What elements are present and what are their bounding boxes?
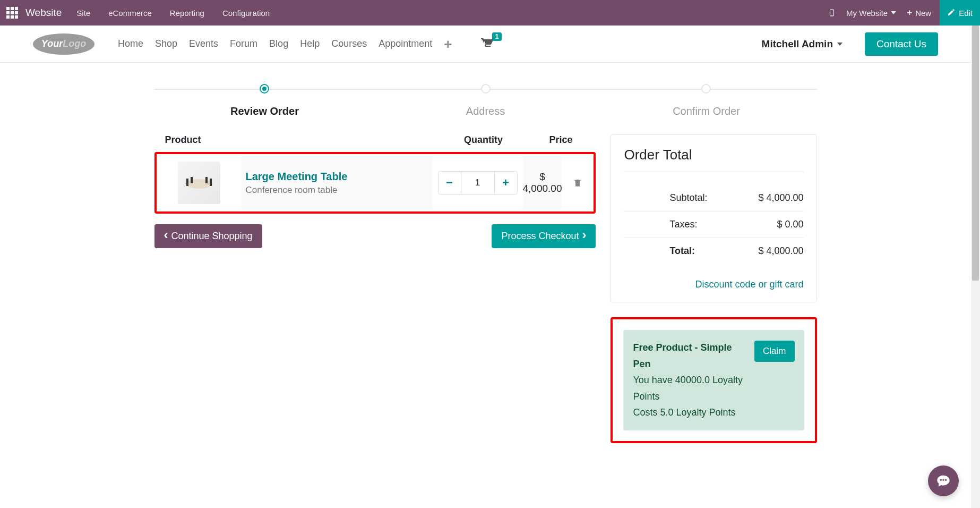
process-checkout-button[interactable]: Process Checkout	[492, 224, 596, 248]
svg-rect-5	[191, 177, 193, 183]
continue-shopping-label: Continue Shopping	[171, 231, 253, 242]
svg-point-1	[832, 15, 832, 15]
chevron-right-icon	[582, 231, 586, 242]
progress-step-confirm[interactable]	[701, 84, 711, 94]
product-thumbnail[interactable]	[157, 156, 242, 209]
header-quantity: Quantity	[441, 134, 526, 146]
svg-rect-3	[186, 179, 188, 186]
vertical-scrollbar[interactable]	[971, 26, 980, 508]
header-product: Product	[165, 134, 441, 146]
svg-rect-6	[205, 177, 208, 183]
nav-home[interactable]: Home	[118, 38, 143, 49]
my-website-label: My Website	[846, 9, 888, 18]
nav-appointment[interactable]: Appointment	[379, 38, 432, 49]
cart-row: Large Meeting Table Conference room tabl…	[157, 156, 594, 209]
edit-label: Edit	[959, 9, 973, 18]
progress-step-review[interactable]	[260, 84, 269, 94]
mobile-preview-icon[interactable]	[828, 8, 836, 18]
site-logo[interactable]: YourLogo	[33, 33, 97, 55]
order-total-panel: Order Total Subtotal: $ 4,000.00 Taxes: …	[611, 134, 816, 302]
chevron-down-icon	[837, 43, 843, 46]
claim-reward-button[interactable]: Claim	[754, 341, 794, 362]
remove-item-button[interactable]	[562, 156, 594, 209]
product-description: Conference room table	[246, 185, 433, 196]
subtotal-value: $ 4,000.00	[758, 192, 803, 204]
qty-decrease-button[interactable]: −	[438, 171, 461, 194]
chevron-left-icon	[164, 231, 168, 242]
loyalty-reward-panel: Free Product - Simple Pen You have 40000…	[623, 330, 804, 430]
admin-topbar: Website Site eCommerce Reporting Configu…	[0, 0, 980, 26]
edit-button[interactable]: Edit	[940, 0, 980, 26]
line-price: $ 4,000.00	[523, 171, 562, 194]
nav-events[interactable]: Events	[189, 38, 218, 49]
my-website-dropdown[interactable]: My Website	[846, 9, 896, 18]
nav-courses[interactable]: Courses	[331, 38, 367, 49]
menu-ecommerce[interactable]: eCommerce	[108, 9, 152, 18]
loyalty-reward-highlight: Free Product - Simple Pen You have 40000…	[611, 317, 816, 443]
add-page-icon[interactable]: +	[444, 37, 452, 51]
product-name-link[interactable]: Large Meeting Table	[246, 171, 433, 183]
cart-count-badge: 1	[492, 32, 502, 41]
user-name: Mitchell Admin	[762, 38, 833, 50]
svg-point-2	[185, 179, 213, 189]
menu-site[interactable]: Site	[76, 9, 90, 18]
nav-help[interactable]: Help	[300, 38, 320, 49]
reward-title: Free Product - Simple Pen	[633, 340, 748, 372]
plus-icon	[907, 7, 912, 18]
reward-points-cost: Costs 5.0 Loyalty Points	[633, 404, 748, 421]
nav-forum[interactable]: Forum	[230, 38, 257, 49]
menu-configuration[interactable]: Configuration	[222, 9, 270, 18]
process-checkout-label: Process Checkout	[501, 231, 579, 242]
step-label-confirm: Confirm Order	[596, 105, 817, 117]
scrollbar-thumb[interactable]	[972, 26, 979, 281]
order-total-title: Order Total	[624, 147, 803, 163]
new-label: New	[915, 9, 931, 18]
nav-shop[interactable]: Shop	[155, 38, 177, 49]
new-button[interactable]: New	[907, 7, 931, 18]
progress-step-address[interactable]	[481, 84, 491, 94]
total-value: $ 4,000.00	[758, 245, 803, 257]
qty-value[interactable]: 1	[461, 171, 494, 194]
step-label-review: Review Order	[154, 105, 375, 117]
cart-header-row: Product Quantity Price	[154, 134, 596, 152]
discount-code-link[interactable]: Discount code or gift card	[624, 279, 803, 290]
step-label-address: Address	[375, 105, 596, 117]
trash-icon	[573, 178, 582, 188]
quantity-stepper: − 1 +	[438, 171, 518, 194]
cart-icon[interactable]: 1	[480, 37, 493, 52]
reward-points-available: You have 40000.0 Loyalty Points	[633, 372, 748, 404]
contact-us-button[interactable]: Contact Us	[865, 32, 938, 56]
qty-increase-button[interactable]: +	[494, 171, 518, 194]
taxes-label: Taxes:	[624, 219, 697, 230]
total-label: Total:	[624, 245, 695, 257]
taxes-value: $ 0.00	[777, 219, 803, 230]
continue-shopping-button[interactable]: Continue Shopping	[154, 224, 262, 248]
pencil-icon	[947, 8, 956, 18]
site-navbar: YourLogo Home Shop Events Forum Blog Hel…	[0, 26, 971, 63]
apps-icon[interactable]	[6, 7, 18, 19]
nav-blog[interactable]: Blog	[269, 38, 288, 49]
menu-reporting[interactable]: Reporting	[170, 9, 204, 18]
svg-rect-4	[210, 179, 212, 186]
livechat-button[interactable]	[928, 465, 959, 496]
chevron-down-icon	[891, 11, 896, 14]
subtotal-label: Subtotal:	[624, 192, 707, 204]
header-price: Price	[526, 134, 596, 146]
cart-row-highlight: Large Meeting Table Conference room tabl…	[154, 152, 596, 214]
checkout-progress	[154, 84, 817, 95]
chat-icon	[936, 473, 951, 488]
app-brand[interactable]: Website	[25, 7, 62, 19]
user-menu[interactable]: Mitchell Admin	[762, 38, 843, 50]
